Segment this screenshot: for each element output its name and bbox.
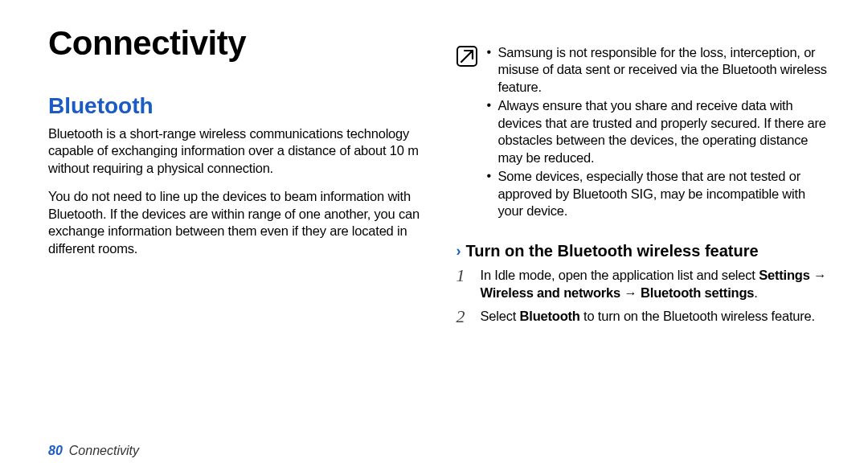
subsection-heading-turn-on-bluetooth: › Turn on the Bluetooth wireless feature [457,242,829,260]
note-icon [457,46,477,67]
note-box: Samsung is not responsible for the loss,… [457,44,829,221]
note-item: Samsung is not responsible for the loss,… [487,44,829,96]
page-number: 80 [48,444,63,458]
chapter-title: Connectivity [48,24,420,63]
step-number: 2 [457,308,473,326]
step-number: 1 [457,267,473,301]
step-2: 2 Select Bluetooth to turn on the Blueto… [457,308,829,326]
step-1: 1 In Idle mode, open the application lis… [457,267,829,301]
note-item: Always ensure that you share and receive… [487,97,829,166]
step-text: In Idle mode, open the application list … [481,267,829,301]
note-content: Samsung is not responsible for the loss,… [487,44,829,221]
section-heading-bluetooth: Bluetooth [48,93,420,119]
note-item: Some devices, especially those that are … [487,168,829,219]
steps-list: 1 In Idle mode, open the application lis… [457,267,829,326]
footer-chapter-name: Connectivity [69,444,139,458]
bluetooth-intro-paragraph-1: Bluetooth is a short-range wireless comm… [48,125,420,177]
page-footer: 80 Connectivity [48,444,139,458]
subsection-heading-text: Turn on the Bluetooth wireless feature [466,242,759,260]
step-text: Select Bluetooth to turn on the Bluetoot… [481,308,815,326]
bluetooth-intro-paragraph-2: You do not need to line up the devices t… [48,188,420,257]
chevron-right-icon: › [457,243,461,260]
